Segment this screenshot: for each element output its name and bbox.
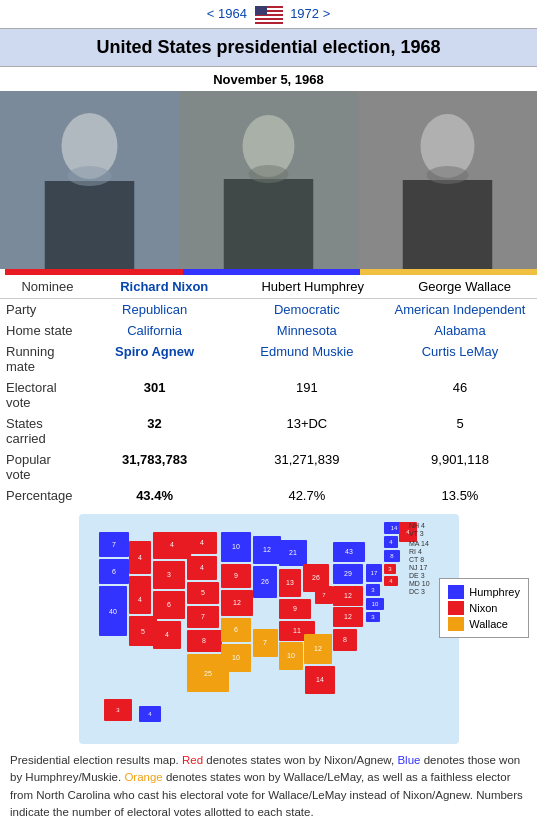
wallace-color-box	[448, 617, 464, 631]
humphrey-states: 13+DC	[231, 413, 383, 449]
svg-text:7: 7	[112, 541, 116, 548]
svg-text:25: 25	[204, 670, 212, 677]
svg-text:10: 10	[232, 654, 240, 661]
svg-text:3: 3	[167, 571, 171, 578]
svg-text:4: 4	[200, 539, 204, 546]
svg-point-7	[249, 165, 289, 183]
svg-text:CT 8: CT 8	[409, 556, 424, 563]
svg-text:5: 5	[141, 628, 145, 635]
svg-text:26: 26	[261, 578, 269, 585]
svg-point-11	[427, 166, 469, 184]
page-title: United States presidential election, 196…	[0, 28, 537, 67]
humphrey-name: Hubert Humphrey	[234, 275, 393, 296]
legend-wallace-label: Wallace	[469, 618, 508, 630]
wallace-home-state: Alabama	[383, 320, 537, 341]
svg-text:VT 3: VT 3	[409, 530, 424, 537]
svg-text:40: 40	[109, 608, 117, 615]
nixon-party: Republican	[79, 299, 231, 321]
party-label: Party	[0, 299, 79, 321]
svg-text:21: 21	[289, 549, 297, 556]
svg-text:26: 26	[312, 574, 320, 581]
svg-text:9: 9	[234, 572, 238, 579]
us-flag-icon	[255, 6, 283, 24]
nixon-states: 32	[79, 413, 231, 449]
svg-text:10: 10	[371, 601, 378, 607]
svg-text:12: 12	[233, 599, 241, 606]
svg-text:7: 7	[263, 639, 267, 646]
humphrey-electoral: 191	[231, 377, 383, 413]
humphrey-percentage: 42.7%	[231, 485, 383, 506]
legend-humphrey: Humphrey	[448, 585, 520, 599]
svg-rect-10	[403, 180, 493, 269]
prev-year-link[interactable]: < 1964	[207, 6, 247, 21]
svg-text:11: 11	[293, 627, 301, 634]
legend-nixon-label: Nixon	[469, 602, 497, 614]
svg-text:12: 12	[314, 645, 322, 652]
svg-text:8: 8	[343, 636, 347, 643]
wallace-name: George Wallace	[392, 275, 537, 296]
svg-text:DE 3: DE 3	[409, 572, 425, 579]
map-section: 7 6 40 3 4 4 3 4 5 6 4 4 4	[0, 506, 537, 748]
svg-rect-2	[45, 181, 135, 269]
legend-humphrey-label: Humphrey	[469, 586, 520, 598]
svg-text:9: 9	[293, 605, 297, 612]
wallace-running-mate: Curtis LeMay	[383, 341, 537, 377]
humphrey-home-state: Minnesota	[231, 320, 383, 341]
nominees-row: Nominee Richard Nixon Hubert Humphrey Ge…	[0, 275, 537, 296]
svg-text:NH 4: NH 4	[409, 522, 425, 529]
wallace-percentage: 13.5%	[383, 485, 537, 506]
svg-text:4: 4	[170, 541, 174, 548]
wallace-photo	[358, 91, 537, 269]
states-carried-label: States carried	[0, 413, 79, 449]
svg-text:8: 8	[202, 637, 206, 644]
svg-text:MD 10: MD 10	[409, 580, 430, 587]
next-year-link[interactable]: 1972 >	[290, 6, 330, 21]
nixon-name: Richard Nixon	[95, 275, 234, 296]
svg-text:12: 12	[344, 592, 352, 599]
svg-text:4: 4	[138, 596, 142, 603]
svg-text:6: 6	[112, 568, 116, 575]
svg-rect-6	[224, 179, 314, 269]
humphrey-running-mate: Edmund Muskie	[231, 341, 383, 377]
nixon-electoral: 301	[79, 377, 231, 413]
map-caption: Presidential election results map. Red d…	[0, 748, 537, 828]
svg-text:10: 10	[287, 652, 295, 659]
legend-wallace: Wallace	[448, 617, 520, 631]
svg-text:17: 17	[370, 570, 377, 576]
svg-text:4: 4	[138, 554, 142, 561]
wallace-electoral: 46	[383, 377, 537, 413]
svg-text:14: 14	[316, 676, 324, 683]
nominee-row-label: Nominee	[0, 275, 95, 296]
candidate-photos	[0, 91, 537, 269]
svg-point-3	[68, 166, 112, 186]
humphrey-popular: 31,271,839	[231, 449, 383, 485]
svg-text:4: 4	[200, 564, 204, 571]
svg-text:4: 4	[165, 631, 169, 638]
svg-text:5: 5	[201, 589, 205, 596]
nixon-percentage: 43.4%	[79, 485, 231, 506]
home-state-label: Home state	[0, 320, 79, 341]
svg-text:12: 12	[344, 613, 352, 620]
electoral-vote-label: Electoral vote	[0, 377, 79, 413]
svg-text:12: 12	[263, 546, 271, 553]
svg-text:RI 4: RI 4	[409, 548, 422, 555]
nixon-photo	[0, 91, 179, 269]
svg-text:14: 14	[390, 525, 397, 531]
humphrey-party: Democratic	[231, 299, 383, 321]
wallace-party: American Independent	[383, 299, 537, 321]
election-date: November 5, 1968	[0, 67, 537, 91]
nixon-running-mate: Spiro Agnew	[79, 341, 231, 377]
legend-nixon: Nixon	[448, 601, 520, 615]
humphrey-color-box	[448, 585, 464, 599]
wallace-popular: 9,901,118	[383, 449, 537, 485]
svg-text:7: 7	[201, 613, 205, 620]
svg-text:MA 14: MA 14	[409, 540, 429, 547]
popular-vote-label: Popular vote	[0, 449, 79, 485]
svg-text:43: 43	[345, 548, 353, 555]
svg-text:13: 13	[286, 579, 294, 586]
nixon-home-state: California	[79, 320, 231, 341]
map-legend: Humphrey Nixon Wallace	[439, 578, 529, 638]
nixon-popular: 31,783,783	[79, 449, 231, 485]
svg-text:DC 3: DC 3	[409, 588, 425, 595]
top-nav: < 1964 1972 >	[0, 0, 537, 28]
